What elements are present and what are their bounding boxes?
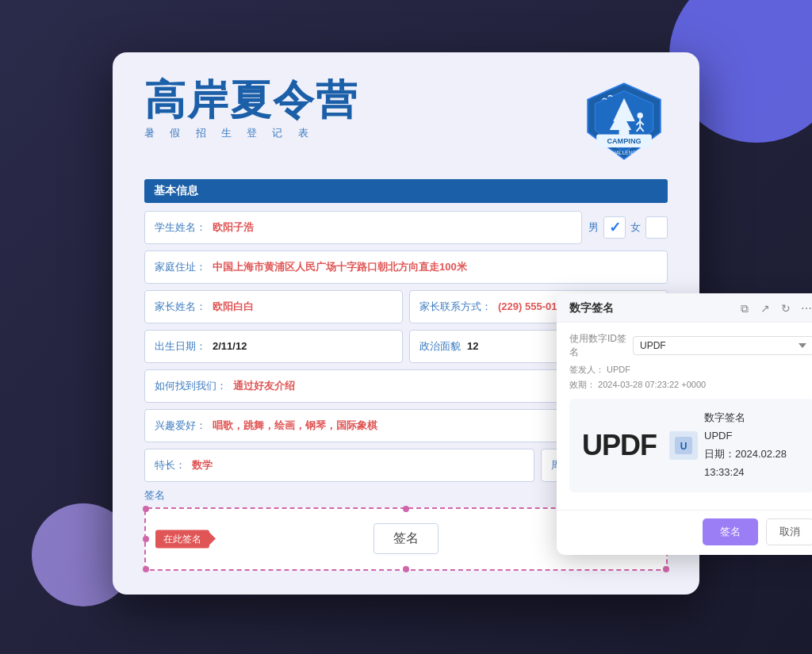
corner-br — [663, 566, 669, 572]
svg-point-5 — [638, 113, 643, 118]
popup-issuer-value: UPDF — [607, 365, 630, 374]
popup-body: 使用数字ID签名 UPDF 签发人： UPDF 效期： 2024-03-28 0… — [557, 323, 812, 509]
popup-copy-icon[interactable]: ⧉ — [737, 301, 752, 316]
popup-footer: 签名 取消 — [557, 510, 812, 555]
popup-export-icon[interactable]: ↗ — [758, 301, 772, 316]
birthday-label: 出生日期： — [155, 339, 206, 354]
parent-name-value: 欧阳白白 — [213, 300, 254, 314]
popup-use-sig-label: 使用数字ID签名 — [569, 332, 633, 359]
popup-valid-value: 2024-03-28 07:23:22 +0000 — [598, 380, 706, 389]
popup-sig-select[interactable]: UPDF — [633, 336, 812, 355]
address-value: 中国上海市黄浦区人民广场十字路口朝北方向直走100米 — [213, 260, 467, 274]
birthday-value: 2/11/12 — [213, 340, 247, 352]
doc-subtitle: 暑 假 招 生 登 记 表 — [144, 126, 358, 140]
address-row: 家庭住址： 中国上海市黄浦区人民广场十字路口朝北方向直走100米 — [144, 251, 668, 284]
politics-label: 政治面貌 — [419, 339, 461, 354]
hobbies-value: 唱歌，跳舞，绘画，钢琴，国际象棋 — [213, 419, 377, 433]
address-label: 家庭住址： — [155, 260, 206, 274]
gender-group: 男 ✓ 女 — [588, 211, 668, 244]
popup-cancel-button[interactable]: 取消 — [766, 518, 812, 545]
corner-ml — [143, 536, 149, 542]
sig-preview-line2: UPDF — [704, 428, 732, 445]
svg-text:U: U — [680, 441, 688, 452]
sig-preview-line3: 日期：2024.02.28 — [704, 446, 787, 463]
how-found-label: 如何找到我们： — [155, 379, 227, 393]
popup-use-sig-row: 使用数字ID签名 UPDF — [569, 332, 812, 359]
popup-title: 数字签名 — [569, 301, 614, 316]
sig-preview-content: U 数字签名 UPDF 日期：2024.02.28 13:33:24 — [669, 410, 787, 480]
popup-icons: ⧉ ↗ ↻ ⋯ — [737, 301, 812, 316]
popup-valid-label: 效期： — [569, 380, 596, 389]
corner-bm — [403, 566, 409, 572]
doc-title: 高岸夏令营 — [144, 78, 358, 123]
birthday-field: 出生日期： 2/11/12 — [144, 330, 403, 363]
specialty-label: 特长： — [155, 458, 186, 472]
digital-signature-popup: 数字签名 ⧉ ↗ ↻ ⋯ 使用数字ID签名 UPDF 签发人： UPDF — [557, 293, 812, 554]
corner-tl — [143, 506, 149, 512]
hobbies-label: 兴趣爱好： — [155, 419, 206, 433]
address-field: 家庭住址： 中国上海市黄浦区人民广场十字路口朝北方向直走100米 — [144, 251, 668, 284]
sig-preview-line4: 13:33:24 — [704, 465, 745, 481]
politics-value: 12 — [467, 340, 478, 352]
popup-more-icon[interactable]: ⋯ — [799, 301, 812, 316]
sig-preview-badge: U — [669, 431, 698, 460]
parent-name-label: 家长姓名： — [155, 300, 206, 314]
signature-section: 签名 在此签名 签名 数字签名 ⧉ ↗ ↻ ⋯ — [144, 488, 668, 571]
gender-male-label: 男 — [588, 220, 599, 235]
gender-male-checkbox[interactable]: ✓ — [603, 216, 626, 239]
student-name-value: 欧阳子浩 — [213, 220, 254, 235]
gender-female-label: 女 — [630, 220, 641, 235]
sig-preview-text: UPDF — [582, 429, 657, 462]
sig-preview-right: 数字签名 UPDF 日期：2024.02.28 13:33:24 — [704, 410, 787, 480]
how-found-value: 通过好友介绍 — [233, 379, 295, 393]
signature-preview: UPDF U 数字签名 UPDF 日期：2024.02.28 — [569, 399, 812, 491]
specialty-field: 特长： 数学 — [144, 449, 534, 482]
gender-female-checkbox[interactable] — [645, 216, 668, 239]
student-name-label: 学生姓名： — [155, 220, 206, 235]
parent-contact-label: 家长联系方式： — [419, 300, 492, 314]
svg-text:CHALLENGE: CHALLENGE — [609, 150, 640, 155]
popup-refresh-icon[interactable]: ↻ — [779, 301, 793, 316]
parent-name-field: 家长姓名： 欧阳白白 — [144, 290, 403, 323]
popup-issuer-info: 签发人： UPDF — [569, 364, 812, 376]
student-name-field: 学生姓名： 欧阳子浩 — [144, 211, 582, 244]
section-header: 基本信息 — [144, 179, 668, 203]
student-name-row: 学生姓名： 欧阳子浩 男 ✓ 女 — [144, 211, 668, 244]
signature-button[interactable]: 签名 — [373, 523, 439, 554]
doc-title-block: 高岸夏令营 暑 假 招 生 登 记 表 — [144, 78, 358, 140]
camping-badge: CAMPING CHALLENGE — [580, 78, 668, 165]
corner-tm — [403, 506, 409, 512]
doc-header: 高岸夏令营 暑 假 招 生 登 记 表 — [144, 78, 668, 165]
popup-issuer-label: 签发人： — [569, 365, 604, 374]
sig-preview-line1: 数字签名 — [704, 410, 745, 426]
svg-text:CAMPING: CAMPING — [607, 137, 641, 145]
specialty-value: 数学 — [192, 458, 213, 472]
document-card: 高岸夏令营 暑 假 招 生 登 记 表 — [113, 52, 699, 595]
popup-sign-button[interactable]: 签名 — [703, 518, 758, 545]
popup-header: 数字签名 ⧉ ↗ ↻ ⋯ — [557, 293, 812, 323]
corner-bl — [143, 566, 149, 572]
signature-tag: 在此签名 — [155, 530, 209, 548]
popup-valid-info: 效期： 2024-03-28 07:23:22 +0000 — [569, 379, 812, 391]
